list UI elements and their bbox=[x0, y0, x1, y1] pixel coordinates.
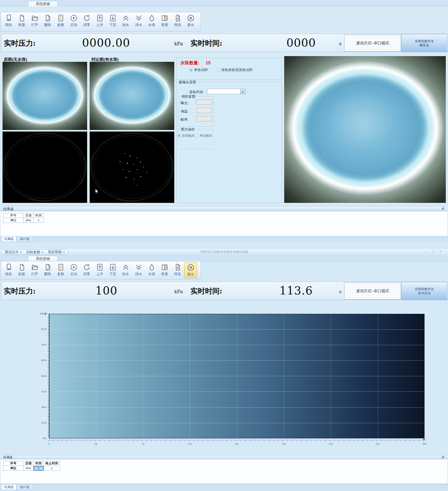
results-header: 结果值 bbox=[1, 206, 447, 211]
toolbar-report-button[interactable]: 报表 bbox=[171, 13, 184, 28]
col-pressure: 压强 bbox=[23, 213, 34, 218]
radio-continuous-trigger[interactable]: 连续触发 bbox=[177, 133, 195, 138]
toolbar-open-button[interactable]: 打开 bbox=[28, 13, 41, 28]
pin-icon[interactable] bbox=[441, 207, 445, 211]
toolbar-drain-water-button[interactable]: 排水 bbox=[132, 262, 145, 277]
tab-results[interactable]: 结果值 bbox=[1, 236, 16, 242]
report-doc-icon bbox=[174, 263, 182, 271]
water-drop-icon bbox=[148, 263, 156, 271]
toolbar-drain-water-button[interactable]: 排水 bbox=[132, 13, 145, 28]
x-tick: 188 bbox=[279, 443, 289, 445]
col-time: 时间 bbox=[34, 461, 44, 466]
results-table-zone: 序号 压强 时间 终止时间 单位 kPa s s bbox=[1, 459, 447, 484]
radio-single-trigger[interactable]: 单点触发 bbox=[195, 133, 212, 138]
pressure-unit: kPa bbox=[174, 289, 183, 294]
unit-pressure: kPa bbox=[23, 218, 34, 223]
comm-mode-button[interactable]: 通讯方式--串口模式 bbox=[344, 35, 401, 52]
tab-statistics[interactable]: 统计值 bbox=[17, 485, 32, 490]
toolbar-report-button[interactable]: 报表 bbox=[171, 262, 184, 277]
minimize-button[interactable]: – bbox=[426, 249, 427, 253]
toolbar-exit-button[interactable]: 退出 bbox=[184, 13, 197, 28]
toolbar-connect-button[interactable]: 联机 bbox=[2, 262, 15, 277]
toolbar-water-drop-button[interactable]: 水滴 bbox=[145, 262, 158, 277]
ribbon-row: 系统按键 bbox=[0, 255, 448, 262]
unit-time-selected-cell[interactable]: s bbox=[34, 466, 44, 471]
pressure-label: 实时压力: bbox=[4, 38, 36, 48]
radio-mono-sample[interactable]: 单色试样 bbox=[189, 68, 208, 72]
method-title: 当前试验方法 bbox=[415, 287, 434, 291]
tab-statistics[interactable]: 统计值 bbox=[17, 236, 32, 242]
tab-system-keys[interactable]: 系统按键 bbox=[28, 256, 58, 262]
toolbar-add-water-button[interactable]: 加水 bbox=[119, 262, 132, 277]
drop-count-value: 15 bbox=[206, 60, 211, 65]
book-magnifier-icon bbox=[161, 14, 169, 22]
radio-selected-icon bbox=[189, 68, 193, 72]
double-chevron-up-icon bbox=[122, 263, 130, 271]
camera-settings-group-label: 摄像头设置 bbox=[178, 80, 197, 85]
toolbar-add-water-button[interactable]: 加水 bbox=[119, 13, 132, 28]
framerate-label: 帧率: bbox=[181, 117, 189, 122]
gain-input[interactable] bbox=[196, 108, 212, 113]
threshold-image-compare bbox=[90, 132, 174, 203]
toolbar-view-button[interactable]: 查看 bbox=[158, 262, 171, 277]
toolbar-params-button[interactable]: 参数 bbox=[54, 262, 67, 277]
params-list-icon bbox=[57, 263, 65, 271]
close-button[interactable]: × bbox=[440, 249, 442, 253]
toolbar-water-drop-button[interactable]: 水滴 bbox=[145, 13, 158, 28]
toolbar-delete-button[interactable]: 删除 bbox=[41, 13, 54, 28]
arrow-down-box-icon bbox=[109, 263, 117, 271]
tab-results[interactable]: 结果值 bbox=[1, 485, 16, 490]
x-tick: 0 bbox=[44, 443, 54, 445]
drop-count-panel: 水珠数量: 15 单色试样 深色条纹或混色试样 bbox=[176, 58, 282, 80]
chevron-down-icon bbox=[242, 91, 244, 93]
toolbar-reset-zero-button[interactable]: 清零 bbox=[80, 262, 93, 277]
toolbar-press-down-button[interactable]: 下压 bbox=[106, 262, 119, 277]
radio-dark-sample[interactable]: 深色条纹或混色试样 bbox=[216, 68, 253, 72]
toolbar-new-button[interactable]: 新建 bbox=[15, 262, 28, 277]
pin-icon[interactable] bbox=[441, 455, 445, 459]
toolbar-open-button[interactable]: 打开 bbox=[28, 262, 41, 277]
current-method-panel: 当前试验方法 定水压法 bbox=[401, 282, 447, 300]
table-header-row: 序号 压强 时间 bbox=[3, 213, 44, 218]
comm-mode-button[interactable]: 通讯方式--串口模式 bbox=[344, 282, 401, 300]
framerate-input[interactable] bbox=[196, 116, 212, 121]
toolbar-exit-button-highlighted[interactable]: 退出 bbox=[184, 262, 197, 278]
window-title: YG812G-20静水压测试仪测试系统 bbox=[0, 250, 448, 254]
col-index: 序号 bbox=[3, 213, 23, 218]
toolbar-view-button[interactable]: 查看 bbox=[158, 13, 171, 28]
toolbar-connect-button[interactable]: 联机 bbox=[2, 13, 15, 28]
x-tick: 225 bbox=[326, 443, 336, 445]
toolbar-rise-button[interactable]: 上升 bbox=[93, 13, 106, 28]
table-unit-row: 单位 kPa s s bbox=[3, 466, 60, 471]
toolbar-reset-zero-button[interactable]: 清零 bbox=[80, 13, 93, 28]
toolbar-start-button[interactable]: 启动 bbox=[67, 13, 80, 28]
unit-end-time[interactable]: s bbox=[44, 466, 60, 471]
pressure-label: 实时压力: bbox=[4, 286, 36, 296]
connect-icon bbox=[5, 14, 13, 22]
exposure-input[interactable] bbox=[196, 100, 212, 105]
y-tick: 62.5 bbox=[35, 359, 46, 362]
current-method-panel: 当前试验方法 增压法 bbox=[401, 34, 447, 52]
restore-button[interactable]: □ bbox=[432, 249, 435, 253]
connect-icon bbox=[5, 263, 13, 271]
col-pressure: 压强 bbox=[23, 461, 34, 466]
toolbar-press-down-button[interactable]: 下压 bbox=[106, 13, 119, 28]
params-list-icon bbox=[57, 14, 65, 22]
col-index: 序号 bbox=[3, 461, 23, 466]
toolbar-new-button[interactable]: 新建 bbox=[15, 13, 28, 28]
x-tick: 75 bbox=[138, 443, 148, 445]
pressure-value: 0000.00 bbox=[82, 36, 130, 49]
start-play-icon bbox=[70, 14, 78, 22]
y-tick: 25.0 bbox=[35, 406, 46, 409]
toolbar-start-button[interactable]: 启动 bbox=[67, 262, 80, 277]
unit-pressure[interactable]: kPa bbox=[23, 466, 34, 471]
device-list-dropdown[interactable] bbox=[207, 89, 246, 94]
toolbar-params-button[interactable]: 参数 bbox=[54, 13, 67, 28]
toolbar-rise-button[interactable]: 上升 bbox=[93, 262, 106, 277]
tab-system-keys[interactable]: 系统按键 bbox=[28, 1, 58, 7]
bottom-tabs: 结果值 统计值 bbox=[0, 236, 448, 242]
time-value: 0000 bbox=[286, 36, 316, 49]
results-table: 序号 压强 时间 终止时间 单位 kPa s s bbox=[3, 461, 60, 471]
toolbar-delete-button[interactable]: 删除 bbox=[41, 262, 54, 277]
dropdown-arrow-button[interactable] bbox=[240, 89, 245, 94]
